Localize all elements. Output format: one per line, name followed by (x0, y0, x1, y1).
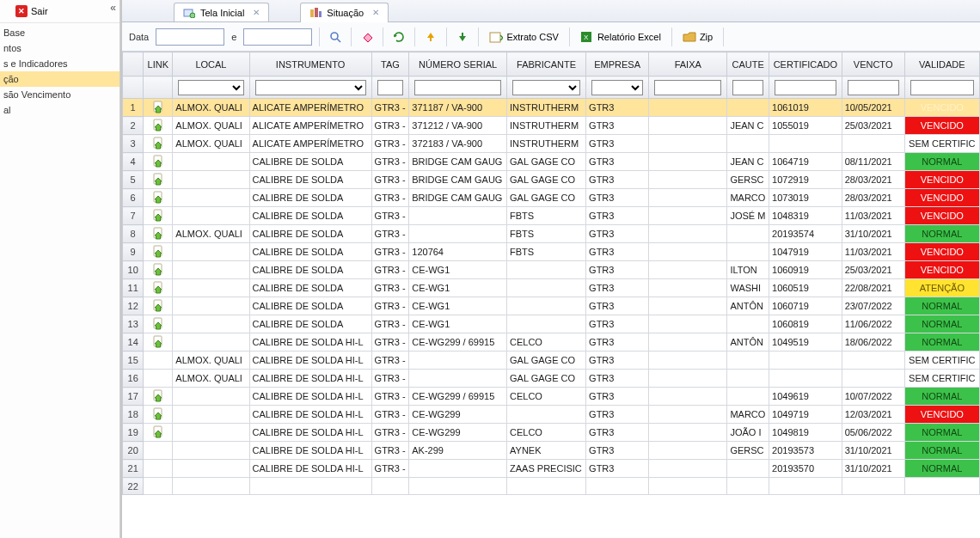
table-row[interactable]: 10CALIBRE DE SOLDAGTR3 -CE-WG1GTR3ILTON1… (123, 261, 980, 279)
table-row[interactable]: 5CALIBRE DE SOLDAGTR3 -BRIDGE CAM GAUGGA… (123, 171, 980, 189)
link-cell[interactable] (144, 243, 173, 261)
col-link[interactable]: LINK (144, 52, 173, 76)
tab-1[interactable]: Situação✕ (300, 3, 389, 21)
col-validade[interactable]: VALIDADE (904, 52, 979, 76)
table-row[interactable]: 21CALIBRE DE SOLDA HI-LGTR3 -ZAAS PRECIS… (123, 460, 980, 478)
table-row[interactable]: 12CALIBRE DE SOLDAGTR3 -CE-WG1GTR3ANTÔN1… (123, 297, 980, 315)
tab-0[interactable]: Tela Inicial✕ (174, 3, 269, 21)
link-cell[interactable] (144, 153, 173, 171)
export-excel-button[interactable]: X Relatório Excel (577, 29, 665, 45)
row-number[interactable]: 19 (123, 424, 144, 442)
export-csv-button[interactable]: Extrato CSV (486, 29, 562, 45)
col-certificado[interactable]: CERTIFICADO (769, 52, 842, 76)
row-number[interactable]: 5 (123, 171, 144, 189)
filter-instrumento[interactable] (255, 80, 366, 95)
col-serial[interactable]: NÚMERO SERIAL (409, 52, 507, 76)
table-row[interactable]: 17CALIBRE DE SOLDA HI-LGTR3 -CE-WG299 / … (123, 388, 980, 406)
erase-icon[interactable] (358, 28, 376, 46)
col-tag[interactable]: TAG (371, 52, 409, 76)
sidebar-item-2[interactable]: s e Indicadores (0, 56, 119, 71)
filter-tag[interactable] (377, 80, 404, 95)
filter-empresa[interactable] (591, 80, 643, 95)
table-row[interactable]: 16ALMOX. QUALICALIBRE DE SOLDA HI-LGTR3 … (123, 370, 980, 388)
col-local[interactable]: LOCAL (173, 52, 249, 76)
row-number[interactable]: 6 (123, 189, 144, 207)
table-row[interactable]: 7CALIBRE DE SOLDAGTR3 -FBTSGTR3JOSÉ M104… (123, 207, 980, 225)
sidebar-item-0[interactable]: Base (0, 25, 119, 40)
table-row[interactable]: 8ALMOX. QUALICALIBRE DE SOLDAGTR3 -FBTSG… (123, 225, 980, 243)
table-row[interactable]: 9CALIBRE DE SOLDAGTR3 -120764FBTSGTR3104… (123, 243, 980, 261)
col-empresa[interactable]: EMPRESA (586, 52, 649, 76)
arrow-down-icon[interactable] (454, 28, 471, 46)
arrow-up-icon[interactable] (422, 28, 439, 46)
row-number[interactable]: 2 (123, 117, 144, 135)
link-cell[interactable] (144, 406, 173, 424)
row-number[interactable]: 11 (123, 279, 144, 297)
sidebar-item-3[interactable]: ção (0, 71, 119, 87)
link-cell[interactable] (144, 333, 173, 352)
row-number[interactable]: 17 (123, 388, 144, 406)
sidebar-item-5[interactable]: al (0, 102, 119, 118)
row-number[interactable]: 7 (123, 207, 144, 225)
filter-vencto[interactable] (848, 80, 899, 95)
export-zip-button[interactable]: Zip (679, 29, 716, 45)
exit-button[interactable]: ✕ Sair (0, 0, 119, 23)
row-number[interactable]: 22 (123, 478, 144, 495)
table-row[interactable]: 18CALIBRE DE SOLDA HI-LGTR3 -CE-WG299GTR… (123, 406, 980, 424)
table-row[interactable]: 6CALIBRE DE SOLDAGTR3 -BRIDGE CAM GAUGGA… (123, 189, 980, 207)
row-number[interactable]: 16 (123, 370, 144, 388)
link-cell[interactable] (144, 279, 173, 297)
tab-close-icon[interactable]: ✕ (372, 8, 379, 17)
col-caute[interactable]: CAUTE (727, 52, 769, 76)
row-number[interactable]: 15 (123, 352, 144, 370)
link-cell[interactable] (144, 135, 173, 153)
sidebar-collapse-icon[interactable]: « (110, 2, 116, 14)
col-fabricante[interactable]: FABRICANTE (507, 52, 586, 76)
link-cell[interactable] (144, 297, 173, 315)
link-cell[interactable] (144, 207, 173, 225)
filter-local[interactable] (178, 80, 243, 95)
tab-close-icon[interactable]: ✕ (253, 8, 260, 17)
row-number[interactable]: 10 (123, 261, 144, 279)
refresh-icon[interactable] (390, 28, 407, 46)
table-row[interactable]: 13CALIBRE DE SOLDAGTR3 -CE-WG1GTR3106081… (123, 315, 980, 333)
link-cell[interactable] (144, 225, 173, 243)
filter-certificado[interactable] (775, 80, 836, 95)
col-instrumento[interactable]: INSTRUMENTO (249, 52, 371, 76)
row-number[interactable]: 1 (123, 99, 144, 117)
row-number[interactable]: 8 (123, 225, 144, 243)
row-number[interactable]: 9 (123, 243, 144, 261)
row-number[interactable]: 21 (123, 460, 144, 478)
filter-faixa[interactable] (654, 80, 721, 95)
grid-scroll[interactable]: LINK LOCAL INSTRUMENTO TAG NÚMERO SERIAL… (122, 52, 980, 538)
table-row[interactable]: 22 (123, 478, 980, 495)
row-number[interactable]: 20 (123, 442, 144, 460)
search-icon[interactable] (327, 28, 344, 46)
table-row[interactable]: 2ALMOX. QUALIALICATE AMPERÍMETROGTR3 -37… (123, 117, 980, 135)
row-number[interactable]: 12 (123, 297, 144, 315)
filter-fabricante[interactable] (512, 80, 580, 95)
table-row[interactable]: 15ALMOX. QUALICALIBRE DE SOLDA HI-LGTR3 … (123, 352, 980, 370)
row-number[interactable]: 3 (123, 135, 144, 153)
link-cell[interactable] (144, 171, 173, 189)
link-cell[interactable] (144, 315, 173, 333)
table-row[interactable]: 3ALMOX. QUALIALICATE AMPERÍMETROGTR3 -37… (123, 135, 980, 153)
filter-validade[interactable] (910, 80, 974, 95)
table-row[interactable]: 14CALIBRE DE SOLDA HI-LGTR3 -CE-WG299 / … (123, 333, 980, 352)
filter-caute[interactable] (732, 80, 763, 95)
sidebar-item-4[interactable]: são Vencimento (0, 87, 119, 102)
row-number[interactable]: 14 (123, 333, 144, 352)
link-cell[interactable] (144, 424, 173, 442)
date-to-input[interactable] (243, 28, 312, 46)
filter-serial[interactable] (414, 80, 501, 95)
table-row[interactable]: 11CALIBRE DE SOLDAGTR3 -CE-WG1GTR3WASHI1… (123, 279, 980, 297)
table-row[interactable]: 1ALMOX. QUALIALICATE AMPERÍMETROGTR3 -37… (123, 99, 980, 117)
sidebar-item-1[interactable]: ntos (0, 40, 119, 56)
col-faixa[interactable]: FAIXA (649, 52, 727, 76)
row-number[interactable]: 4 (123, 153, 144, 171)
link-cell[interactable] (144, 189, 173, 207)
rownum-header[interactable] (123, 52, 144, 76)
table-row[interactable]: 4CALIBRE DE SOLDAGTR3 -BRIDGE CAM GAUGGA… (123, 153, 980, 171)
link-cell[interactable] (144, 99, 173, 117)
link-cell[interactable] (144, 117, 173, 135)
